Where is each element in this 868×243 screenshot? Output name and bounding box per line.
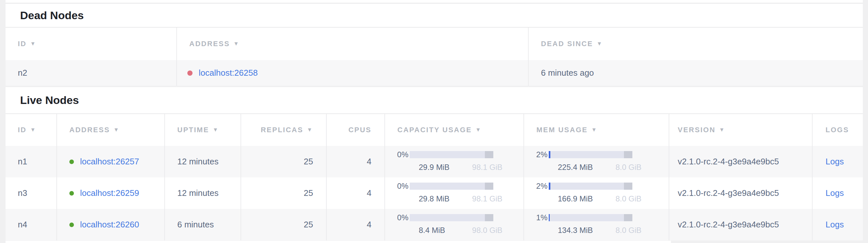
mem-usage-bar — [549, 151, 632, 158]
dead-nodes-header-row: ID ▼ ADDRESS ▼ DEAD SINCE ▼ — [5, 28, 863, 60]
capacity-usage-bar — [410, 214, 493, 221]
capacity-total-value: 98.0 GiB — [472, 226, 502, 235]
cell-capacity-usage: 0% 29.9 MiB 98.1 GiB — [385, 146, 524, 178]
cell-replicas: 25 — [241, 146, 327, 178]
column-header-id[interactable]: ID ▼ — [5, 28, 177, 60]
sort-desc-icon: ▼ — [30, 127, 36, 133]
column-header-address[interactable]: ADDRESS ▼ — [57, 114, 165, 146]
column-header-id[interactable]: ID ▼ — [5, 114, 57, 146]
column-header-label: DEAD SINCE — [541, 39, 593, 48]
logs-link[interactable]: Logs — [826, 188, 844, 198]
cell-uptime: 6 minutes — [165, 209, 241, 240]
live-nodes-title: Live Nodes — [5, 87, 863, 114]
capacity-used-value: 29.9 MiB — [419, 163, 450, 172]
cell-capacity-usage: 0% 8.4 MiB 98.0 GiB — [385, 209, 524, 240]
capacity-usage-bar — [410, 183, 493, 190]
column-header-label: ADDRESS — [189, 39, 230, 48]
cell-logs: Logs — [813, 146, 863, 178]
mem-reserved-segment — [624, 183, 632, 190]
cell-node-id: n3 — [5, 178, 57, 209]
live-nodes-section: Live Nodes ID ▼ ADDRESS ▼ UPTIME ▼ REPLI… — [5, 87, 863, 240]
column-header-label: CPUS — [348, 126, 371, 134]
cell-address: localhost:26259 — [57, 178, 165, 209]
mem-reserved-segment — [624, 151, 632, 158]
table-row: n2 localhost:26258 6 minutes ago — [5, 60, 863, 86]
live-status-icon — [69, 222, 74, 227]
mem-usage-fill — [549, 151, 550, 158]
column-header-label: ID — [18, 39, 27, 48]
cell-mem-usage: 2% 166.9 MiB 8.0 GiB — [524, 178, 669, 209]
sort-desc-icon: ▼ — [307, 127, 313, 133]
column-header-capacity-usage[interactable]: CAPACITY USAGE ▼ — [385, 114, 524, 146]
sort-desc-icon: ▼ — [114, 127, 120, 133]
dead-status-icon — [187, 71, 192, 76]
capacity-used-value: 29.8 MiB — [419, 194, 450, 204]
column-header-label: ID — [18, 126, 27, 134]
cell-uptime: 12 minutes — [165, 178, 241, 209]
dead-nodes-section: Dead Nodes ID ▼ ADDRESS ▼ DEAD SINCE ▼ n… — [5, 4, 863, 86]
node-list-page: Dead Nodes ID ▼ ADDRESS ▼ DEAD SINCE ▼ n… — [0, 0, 868, 243]
capacity-usage-bar — [410, 151, 493, 158]
node-address-link[interactable]: localhost:26257 — [80, 157, 139, 167]
cell-uptime: 12 minutes — [165, 146, 241, 178]
cell-cpus: 4 — [327, 178, 385, 209]
column-header-uptime[interactable]: UPTIME ▼ — [165, 114, 241, 146]
live-nodes-header-row: ID ▼ ADDRESS ▼ UPTIME ▼ REPLICAS ▼ CPUS … — [5, 114, 863, 146]
logs-link[interactable]: Logs — [826, 220, 844, 230]
cell-logs: Logs — [813, 209, 863, 240]
column-header-label: ADDRESS — [69, 126, 110, 134]
mem-used-value: 166.9 MiB — [558, 194, 593, 204]
capacity-total-value: 98.1 GiB — [472, 194, 502, 204]
next-card-edge — [5, 241, 671, 243]
cell-node-id: n4 — [5, 209, 57, 240]
live-status-icon — [69, 160, 74, 164]
capacity-total-value: 98.1 GiB — [472, 163, 502, 172]
mem-usage-bar — [549, 183, 632, 190]
node-address-link[interactable]: localhost:26259 — [80, 188, 139, 198]
cell-address: localhost:26260 — [57, 209, 165, 240]
capacity-reserved-segment — [485, 183, 493, 190]
column-header-version[interactable]: VERSION ▼ — [669, 114, 813, 146]
column-header-address[interactable]: ADDRESS ▼ — [177, 28, 529, 60]
column-header-label: MEM USAGE — [536, 126, 588, 134]
column-header-dead-since[interactable]: DEAD SINCE ▼ — [529, 28, 863, 60]
column-header-label: CAPACITY USAGE — [397, 126, 472, 134]
table-row: n3 localhost:26259 12 minutes 25 4 0% 29… — [5, 178, 863, 209]
cell-version: v2.1.0-rc.2-4-g3e9a4e9bc5 — [669, 209, 813, 240]
cell-cpus: 4 — [327, 209, 385, 240]
cell-replicas: 25 — [241, 209, 327, 240]
cell-dead-since: 6 minutes ago — [529, 60, 863, 86]
node-address-link[interactable]: localhost:26260 — [80, 220, 139, 230]
cell-node-id: n2 — [5, 60, 177, 86]
table-row: n4 localhost:26260 6 minutes 25 4 0% 8.4… — [5, 209, 863, 240]
sort-desc-icon: ▼ — [719, 127, 725, 133]
cell-cpus: 4 — [327, 146, 385, 178]
logs-link[interactable]: Logs — [826, 157, 844, 167]
sort-desc-icon: ▼ — [591, 127, 597, 133]
sort-desc-icon: ▼ — [30, 40, 36, 47]
live-status-icon — [69, 191, 74, 195]
mem-total-value: 8.0 GiB — [616, 226, 642, 235]
mem-used-value: 225.4 MiB — [558, 163, 593, 172]
cell-replicas: 25 — [241, 178, 327, 209]
node-address-link[interactable]: localhost:26258 — [199, 68, 258, 78]
mem-percent: 2% — [533, 150, 548, 159]
cell-logs: Logs — [813, 178, 863, 209]
capacity-used-value: 8.4 MiB — [419, 226, 445, 235]
cell-mem-usage: 1% 134.3 MiB 8.0 GiB — [524, 209, 669, 240]
dead-nodes-title: Dead Nodes — [5, 4, 863, 28]
mem-total-value: 8.0 GiB — [616, 194, 642, 204]
mem-total-value: 8.0 GiB — [616, 163, 642, 172]
capacity-reserved-segment — [485, 151, 493, 158]
column-header-replicas[interactable]: REPLICAS ▼ — [241, 114, 327, 146]
cell-version: v2.1.0-rc.2-4-g3e9a4e9bc5 — [669, 178, 813, 209]
capacity-percent: 0% — [394, 213, 408, 222]
capacity-reserved-segment — [485, 214, 493, 221]
column-header-logs: LOGS — [813, 114, 863, 146]
table-row: n1 localhost:26257 12 minutes 25 4 0% 29… — [5, 146, 863, 178]
column-header-mem-usage[interactable]: MEM USAGE ▼ — [524, 114, 669, 146]
capacity-percent: 0% — [394, 182, 408, 191]
cell-node-id: n1 — [5, 146, 57, 178]
sort-desc-icon: ▼ — [597, 40, 603, 47]
sort-desc-icon: ▼ — [234, 40, 240, 47]
